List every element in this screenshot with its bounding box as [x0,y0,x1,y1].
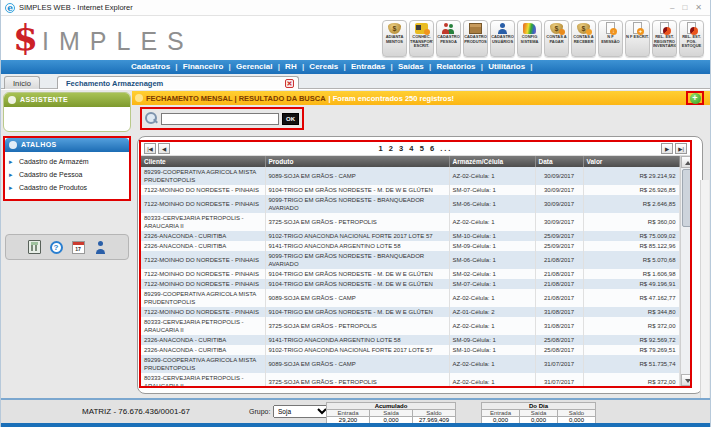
help-icon[interactable] [50,241,63,254]
dodia-table: Do DiaEntradaSaídaSaldo0,0000,0000,000 [481,402,596,424]
table-row[interactable]: 80333-CERVEJARIA PETROPOLIS - ARAUCARIA … [141,373,679,386]
cell-produto: 9141-TRIGO ANACONDA ARGENTINO LOTE 58 [265,335,449,345]
column-header-produto[interactable]: Produto [265,156,449,167]
menu-item-entradas[interactable]: Entradas [348,62,388,71]
cell-data: 25/08/2017 [535,335,583,345]
table-row[interactable]: 7122-MOINHO DO NORDESTE - PINHAIS9099-TR… [141,195,679,213]
table-row[interactable]: 80333-CERVEJARIA PETROPOLIS - ARAUCARIA … [141,213,679,231]
window-scrollbar[interactable] [700,180,709,427]
cell-cliente: 80333-CERVEJARIA PETROPOLIS - ARAUCARIA … [141,213,265,231]
cell-cliente: 2326-ANACONDA - CURITIBA [141,335,265,345]
table-row[interactable]: 2326-ANACONDA - CURITIBA9141-TRIGO ANACO… [141,241,679,251]
toolbar-button-7[interactable]: CONTAS A PAGAR [544,20,569,57]
column-header-cliente[interactable]: Cliente [141,156,265,167]
table-row[interactable]: 2326-ANACONDA - CURITIBA9141-TRIGO ANACO… [141,335,679,345]
scroll-up-icon[interactable] [681,156,691,168]
toolbar-button-6[interactable]: CONFIG SISTEMA [517,20,542,57]
cell-valor: R$ 92.569,72 [583,335,679,345]
cell-cliente: 7122-MOINHO DO NORDESTE - PINHAIS [141,279,265,289]
table-row[interactable]: 89299-COOPERATIVA AGRICOLA MISTA PRUDENT… [141,355,679,373]
cell-data: 21/08/2017 [535,269,583,279]
tab-close-icon[interactable]: ✕ [285,79,294,88]
table-row[interactable]: 7122-MOINHO DO NORDESTE - PINHAIS9104-TR… [141,269,679,279]
cell-valor: R$ 47.162,77 [583,289,679,307]
calculator-icon[interactable] [28,240,41,254]
results-panel: |◀ ◀ 1 2 3 4 5 6 ... ▶ ▶| ClienteProduto… [137,136,703,394]
cell-armazem: SM-09-Célula: 1 [449,335,535,345]
menu-separator: | [341,62,348,71]
menu-item-rh[interactable]: RH [282,62,300,71]
toolbar-button-10[interactable]: N F ESCRIT. [625,20,650,57]
menu-item-saidas[interactable]: Saídas [395,62,427,71]
close-button[interactable]: ✕ [695,3,702,12]
atalho-cadastro-de-produtos[interactable]: Cadastro de Produtos [5,181,129,194]
table-row[interactable]: 89299-COOPERATIVA AGRICOLA MISTA PRUDENT… [141,289,679,307]
cell-cliente: 80333-CERVEJARIA PETROPOLIS - ARAUCARIA … [141,317,265,335]
scrollbar-thumb[interactable] [682,169,691,227]
toolbar-button-5[interactable]: CADASTRO USUÁRIOS [490,20,515,57]
toolbar-button-1[interactable]: ADIANTA MENTOS [382,20,407,57]
menu-item-financeiro[interactable]: Financeiro [180,62,226,71]
toolbar-button-2[interactable]: CONHEC. TRANSPORTE ESCRIT. [409,20,434,57]
last-page-icon[interactable]: ▶| [675,143,687,154]
table-row[interactable]: 2326-ANACONDA - CURITIBA9102-TRIGO ANACO… [141,231,679,241]
status-bar: MATRIZ - 76.676.436/0001-67 Grupo: Soja … [1,398,710,423]
doc-down-icon [606,22,615,34]
acumulado-header: Entrada [327,410,370,417]
cell-armazem: SM-09-Célula: 1 [449,241,535,251]
table-row[interactable]: 7122-MOINHO DO NORDESTE - PINHAIS9104-TR… [141,185,679,195]
menu-item-gerencial[interactable]: Gerencial [233,62,275,71]
toolbar-button-9[interactable]: N F EMISSÃO [598,20,623,57]
maximize-button[interactable]: □ [682,3,687,12]
menu-item-utilitarios[interactable]: Utilitários [485,62,528,71]
prev-page-icon[interactable]: ◀ [158,143,170,154]
cell-valor: R$ 26.926,85 [583,185,679,195]
next-page-icon[interactable]: ▶ [661,143,673,154]
assistente-header[interactable]: ASSISTENTE [4,93,130,107]
column-header-armazem[interactable]: Armazém/Célula [449,156,535,167]
result-bar-count: | Foram encontrados 250 registros! [329,94,454,103]
table-row[interactable]: 80333-CERVEJARIA PETROPOLIS - ARAUCARIA … [141,317,679,335]
window-title: SIMPLES WEB - Internet Explorer [19,3,133,12]
toolbar-button-4[interactable]: CADASTRO PRODUTOS [463,20,488,57]
calendar-icon[interactable] [72,241,85,254]
column-header-valor[interactable]: Valor [583,156,679,167]
table-row[interactable]: 89299-COOPERATIVA AGRICOLA MISTA PRUDENT… [141,167,679,185]
table-row[interactable]: 7122-MOINHO DO NORDESTE - PINHAIS9104-TR… [141,307,679,317]
table-row[interactable]: 2326-ANACONDA - CURITIBA9102-TRIGO ANACO… [141,345,679,355]
first-page-icon[interactable]: |◀ [144,143,156,154]
table-scrollbar[interactable] [680,156,691,386]
acumulado-header: Saída [370,410,413,417]
menu-item-cereais[interactable]: Cereais [306,62,341,71]
tab-fechamento-armazenagem[interactable]: Fechamento Armazenagem ✕ [57,76,299,89]
search-icon[interactable] [145,112,158,125]
minimize-button[interactable]: – [670,3,674,12]
tab-inicio[interactable]: Início [4,76,40,89]
add-record-icon[interactable]: + [690,93,701,104]
internet-explorer-icon: e [5,3,15,13]
toolbar-button-11[interactable]: REL. EST. REGISTRO INVENTÁRIO [652,20,677,57]
toolbar-button-12[interactable]: REL. EST. POS. ESTOQUE [679,20,704,57]
dodia-header: Saída [520,410,558,417]
toolbar-button-3[interactable]: CADASTRO PESSOA [436,20,461,57]
table-row[interactable]: 7122-MOINHO DO NORDESTE - PINHAIS9104-TR… [141,279,679,289]
main-area: ASSISTENTE ATALHOS Cadastro de ArmazémCa… [1,90,710,398]
page-numbers[interactable]: 1 2 3 4 5 6 ... [171,144,660,153]
menu-item-relatorios[interactable]: Relatórios [433,62,478,71]
table-row[interactable]: 7122-MOINHO DO NORDESTE - PINHAIS9099-TR… [141,251,679,269]
scroll-down-icon[interactable] [681,374,691,386]
column-header-data[interactable]: Data [535,156,583,167]
atalho-cadastro-de-armaze-m[interactable]: Cadastro de Armazém [5,155,129,168]
menu-item-cadastros[interactable]: Cadastros [128,62,173,71]
cell-data: 30/09/2017 [535,167,583,185]
user-icon [496,23,509,34]
grupo-select[interactable]: Soja [273,405,331,418]
cell-valor: R$ 85.122,96 [583,241,679,251]
cell-produto: 9104-TRIGO EM GRÃOS NORDESTE - M. DE W E… [265,185,449,195]
atalho-cadastro-de-pessoa[interactable]: Cadastro de Pessoa [5,168,129,181]
atalhos-header[interactable]: ATALHOS [5,138,129,152]
search-ok-button[interactable]: OK [282,113,299,125]
user-icon[interactable] [94,241,107,254]
toolbar-button-8[interactable]: CONTAS A RECEBER [571,20,596,57]
search-input[interactable] [161,113,279,125]
